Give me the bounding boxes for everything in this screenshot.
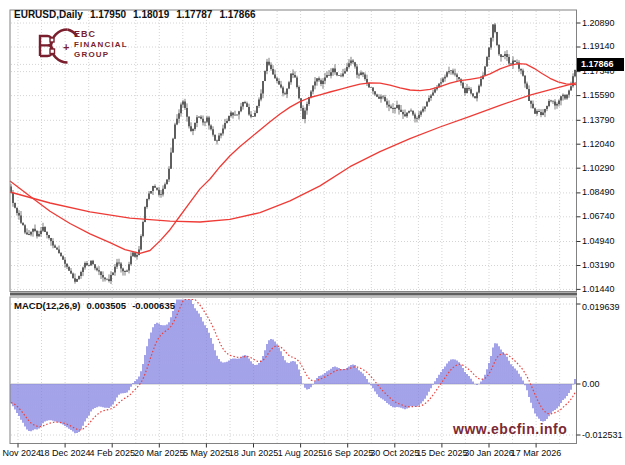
low-value: 1.17787 <box>176 9 212 20</box>
ebc-logo-text: EBC FINANCIAL GROUP <box>74 29 128 59</box>
high-value: 1.18019 <box>133 9 169 20</box>
logo-line2: FINANCIAL <box>74 40 128 49</box>
macd-axis-label: 0.019639 <box>582 302 620 312</box>
macd-signal-value: -0.000635 <box>132 300 175 311</box>
macd-main-value: 0.003505 <box>87 300 127 311</box>
price-axis-label: 1.12040 <box>582 139 615 149</box>
date-axis-label: 17 Mar 2026 <box>499 448 573 458</box>
chart-window: EURUSD,Daily1.179501.180191.177871.17866… <box>0 0 625 465</box>
price-axis-label: 1.03190 <box>582 260 615 270</box>
price-axis-label: 1.06740 <box>582 211 615 221</box>
price-axis-label: 1.13790 <box>582 115 615 125</box>
symbol-ohlc-header: EURUSD,Daily1.179501.180191.177871.17866 <box>14 9 263 20</box>
macd-label: MACD(12,26,9) <box>14 300 81 311</box>
price-axis-label: 1.10290 <box>582 163 615 173</box>
price-axis-label: 1.04940 <box>582 236 615 246</box>
price-axis-label: 1.17340 <box>582 66 615 76</box>
panel-separator[interactable] <box>10 293 577 296</box>
open-value: 1.17950 <box>90 9 126 20</box>
logo-line1: EBC <box>74 29 128 39</box>
symbol-period-label: EURUSD,Daily <box>14 9 83 20</box>
ebc-logo: + EBC FINANCIAL GROUP <box>26 26 156 70</box>
logo-line3: GROUP <box>74 50 128 59</box>
price-axis-label: 1.08490 <box>582 187 615 197</box>
macd-axis-label: 0.00 <box>582 379 600 389</box>
macd-axis-label: -0.012531 <box>582 430 623 440</box>
price-axis-label: 1.15590 <box>582 90 615 100</box>
logo-plus-glyph: + <box>63 41 69 53</box>
macd-indicator-header: MACD(12,26,9)0.003505-0.000635 <box>14 300 181 311</box>
price-axis-label: 1.01440 <box>582 284 615 294</box>
price-axis-label: 1.20890 <box>582 18 615 28</box>
price-axis-label: 1.19140 <box>582 41 615 51</box>
watermark-link: www.ebcfin.info <box>453 421 567 437</box>
close-value: 1.17866 <box>219 9 255 20</box>
